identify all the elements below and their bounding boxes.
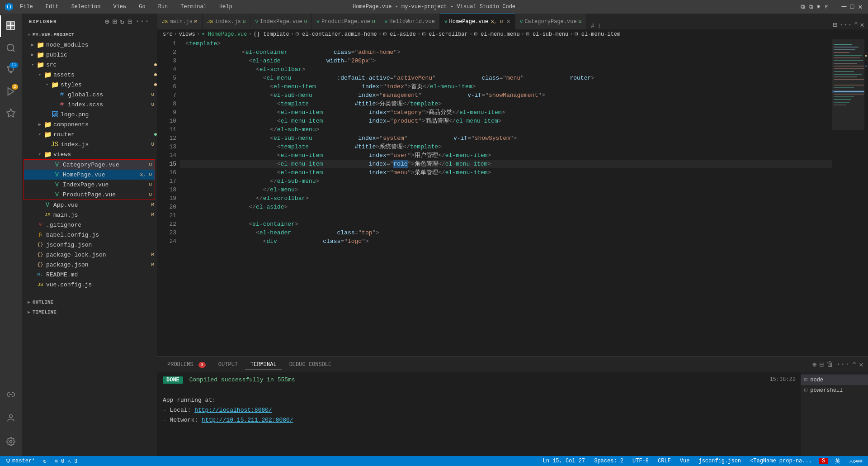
menu-edit[interactable]: Edit: [43, 3, 61, 11]
tree-gitignore[interactable]: ▶ ⑂ .gitignore: [22, 220, 157, 230]
new-folder-icon[interactable]: ⊞: [113, 17, 118, 26]
menu-file[interactable]: File: [17, 3, 36, 11]
activity-run[interactable]: 2: [0, 81, 22, 102]
bc-submenu[interactable]: ⊡ el-sub-menu: [526, 31, 569, 38]
activity-extensions[interactable]: [0, 102, 22, 124]
bc-scrollbar[interactable]: ⊡ el-scrollbar: [422, 31, 468, 38]
menu-selection[interactable]: Selection: [69, 3, 104, 11]
tab-categorypage[interactable]: V CategoryPage.vue U: [515, 14, 586, 29]
tab-indexpage[interactable]: V IndexPage.vue U: [250, 14, 312, 29]
more-icon[interactable]: ···: [135, 17, 150, 26]
status-language[interactable]: Vue: [678, 458, 692, 464]
menu-help[interactable]: Help: [217, 3, 235, 11]
close-panel-icon[interactable]: ✕: [860, 20, 864, 29]
status-extra-icons[interactable]: △◇⊕⊗: [848, 458, 864, 465]
outline-header[interactable]: ▶ OUTLINE: [22, 297, 157, 307]
tree-styles[interactable]: ▾ 📁 styles: [22, 80, 157, 90]
collapse-icon[interactable]: ⊟: [127, 17, 132, 26]
tree-router-index[interactable]: ▶ JS index.js U: [22, 139, 157, 149]
menu-view[interactable]: View: [110, 3, 129, 11]
menu-terminal[interactable]: Terminal: [178, 3, 209, 11]
bc-template[interactable]: {} template: [254, 31, 289, 38]
code-content[interactable]: <template> <el-container class="admin-ho…: [180, 39, 832, 357]
sidebar-content[interactable]: ▾ MY-VUE-PROJECT ▶ 📁 node_modules ▶ 📁 pu…: [22, 30, 157, 456]
status-sync[interactable]: ↻: [41, 458, 48, 465]
bc-src[interactable]: src: [163, 31, 173, 38]
maximize-button[interactable]: □: [849, 4, 855, 10]
local-url[interactable]: http://localhost:8080/: [194, 407, 272, 414]
status-sougou[interactable]: S: [819, 458, 828, 464]
tree-app-vue[interactable]: ▶ V App.vue M: [22, 200, 157, 210]
titlebar-menu[interactable]: File Edit Selection View Go Run Terminal…: [17, 3, 235, 11]
kill-terminal-icon[interactable]: 🗑: [826, 360, 834, 369]
activity-settings[interactable]: [0, 431, 22, 452]
more-actions-icon[interactable]: ···: [839, 21, 852, 29]
activity-search[interactable]: [0, 37, 22, 59]
close-button[interactable]: ✕: [857, 4, 863, 10]
refresh-icon[interactable]: ↻: [120, 17, 125, 26]
bc-menu[interactable]: ⊡ el-menu.menu: [474, 31, 520, 38]
status-position[interactable]: Ln 15, Col 27: [541, 458, 587, 464]
status-eol[interactable]: CRLF: [656, 458, 673, 464]
tree-assets[interactable]: ▾ 📁 assets: [22, 70, 157, 80]
tab-output[interactable]: OUTPUT: [213, 360, 243, 370]
tree-components[interactable]: ▶ 📁 components: [22, 119, 157, 129]
tree-views[interactable]: ▾ 📁 views: [22, 149, 157, 159]
code-editor[interactable]: 1 2 3 4 5 6 7 8 9 10 11 12 13 14 15 16 1: [157, 39, 832, 357]
tab-index-js[interactable]: JS index.js U: [203, 14, 250, 29]
more-tabs[interactable]: # ⟩: [587, 23, 604, 29]
status-tagname[interactable]: <TagName prop-na...: [748, 458, 814, 464]
new-terminal-icon[interactable]: ⊕: [812, 360, 817, 369]
tree-logo-png[interactable]: ▶ 🖼 logo.png: [22, 109, 157, 119]
layout-icon3[interactable]: ⊞: [816, 4, 822, 10]
tab-close-icon[interactable]: ×: [506, 18, 510, 25]
bc-aside[interactable]: ⊡ el-aside: [383, 31, 416, 38]
tree-public[interactable]: ▶ 📁 public: [22, 50, 157, 60]
tree-babel-config[interactable]: ▶ β babel.config.js: [22, 230, 157, 240]
activity-source-control[interactable]: 11: [0, 59, 22, 81]
tab-terminal[interactable]: TERMINAL: [245, 360, 282, 370]
tree-index-scss[interactable]: ▶ # index.scss U: [22, 100, 157, 109]
tree-node-modules[interactable]: ▶ 📁 node_modules: [22, 40, 157, 50]
tree-vue-config[interactable]: ▶ JS vue.config.js: [22, 280, 157, 290]
tree-product-page[interactable]: ▶ V ProductPage.vue U: [24, 190, 155, 200]
tree-package-lock[interactable]: ▶ {} package-lock.json M: [22, 250, 157, 260]
tree-src[interactable]: ▾ 📁 src: [22, 60, 157, 70]
tab-debug-console[interactable]: DEBUG CONSOLE: [284, 360, 337, 370]
terminal-instance-powershell[interactable]: ⊡ powershell: [801, 385, 868, 395]
more-terminal-icon[interactable]: ···: [836, 360, 849, 369]
bc-container[interactable]: ⊡ el-container.admin-home: [296, 31, 377, 38]
tab-problems[interactable]: PROBLEMS 3: [162, 360, 211, 370]
tab-homepage[interactable]: V HomePage.vue 3, U ×: [440, 14, 515, 29]
tree-project-root[interactable]: ▾ MY-VUE-PROJECT: [22, 30, 157, 40]
collapse-editor-icon[interactable]: ⌃: [854, 20, 859, 29]
status-lang-zh[interactable]: 英: [833, 457, 842, 465]
layout-icon4[interactable]: ⊡: [824, 4, 830, 10]
bc-homepage[interactable]: ▾ HomePage.vue: [202, 31, 247, 38]
network-url[interactable]: http://10.15.211.202:8080/: [202, 417, 293, 423]
new-file-icon[interactable]: ⊕: [105, 17, 110, 26]
tab-helloworld[interactable]: V HelloWorld.vue: [380, 14, 440, 29]
status-encoding[interactable]: UTF-8: [631, 458, 651, 464]
split-terminal-icon[interactable]: ⊟: [819, 360, 824, 369]
terminal-instance-node[interactable]: ⊡ node: [801, 375, 868, 385]
bc-menuitem[interactable]: ⊡ el-menu-item: [575, 31, 620, 38]
tree-package-json[interactable]: ▶ {} package.json M: [22, 260, 157, 270]
status-jsconfig[interactable]: jsconfig.json: [697, 458, 743, 464]
split-editor-icon[interactable]: ⊟: [833, 20, 837, 29]
tree-readme[interactable]: ▶ M↓ README.md: [22, 270, 157, 280]
timeline-header[interactable]: ▶ TIMELINE: [22, 307, 157, 317]
tree-router[interactable]: ▾ 📁 router: [22, 129, 157, 139]
tree-global-css[interactable]: ▶ # global.css U: [22, 90, 157, 100]
tree-category-page[interactable]: ▶ V CategoryPage.vue U: [24, 160, 155, 170]
terminal-content[interactable]: DONE Compiled successfully in 555ms 15:3…: [157, 373, 800, 456]
status-branch[interactable]: master*: [4, 458, 37, 464]
layout-icon2[interactable]: ⧉: [807, 4, 814, 10]
activity-account[interactable]: [0, 407, 22, 429]
activity-remote[interactable]: [0, 384, 22, 405]
status-errors[interactable]: ⊗ 0 △ 3: [53, 458, 79, 465]
menu-run[interactable]: Run: [156, 3, 171, 11]
menu-go[interactable]: Go: [136, 3, 148, 11]
tree-jsconfig[interactable]: ▶ {} jsconfig.json: [22, 240, 157, 250]
minimize-button[interactable]: ─: [841, 4, 847, 10]
